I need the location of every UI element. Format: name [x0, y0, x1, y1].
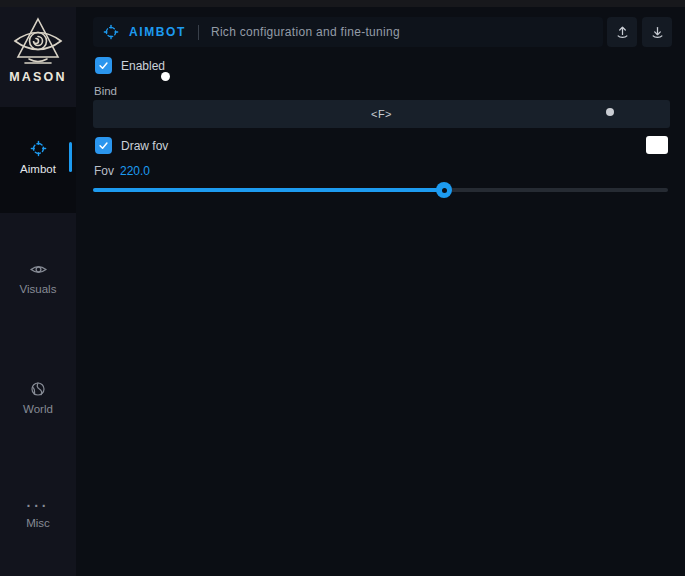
download-icon [650, 25, 665, 40]
bind-key-selector[interactable]: <F> [93, 100, 670, 128]
selected-indicator-bar [69, 142, 72, 172]
upload-icon [615, 25, 630, 40]
crosshair-icon [103, 24, 119, 40]
page-title: AIMBOT [129, 25, 186, 39]
mason-menu-window: MASON Aimbot Visuals [0, 0, 685, 576]
enabled-checkbox[interactable] [95, 57, 112, 74]
draw-fov-row: Draw fov [95, 137, 168, 154]
bind-value: <F> [371, 108, 392, 120]
sidebar-item-aimbot[interactable]: Aimbot [0, 107, 76, 213]
sidebar-item-label: Aimbot [20, 163, 56, 175]
fov-label: Fov [94, 164, 114, 178]
draw-fov-checkbox[interactable] [95, 137, 112, 154]
check-icon [98, 140, 109, 151]
sidebar-item-label: World [23, 403, 53, 415]
fov-label-row: Fov 220.0 [94, 164, 150, 178]
fov-color-swatch[interactable] [646, 136, 668, 154]
divider [198, 25, 199, 40]
logo-text: MASON [0, 70, 76, 84]
sidebar-item-label: Misc [26, 517, 50, 529]
crosshair-icon [0, 140, 76, 157]
import-config-button[interactable] [642, 17, 672, 47]
logo: MASON [0, 16, 76, 84]
fov-value: 220.0 [120, 164, 150, 178]
bind-label: Bind [94, 85, 117, 97]
sidebar-item-visuals[interactable]: Visuals [0, 254, 76, 312]
page-header: AIMBOT Rich configuration and fine-tunin… [93, 17, 603, 47]
eye-icon [0, 262, 76, 277]
fov-slider-handle[interactable] [436, 182, 452, 198]
mason-eye-pyramid-icon [0, 16, 76, 68]
sidebar-item-label: Visuals [20, 283, 57, 295]
bind-indicator-dot [606, 108, 614, 116]
cursor-dot [161, 72, 170, 81]
export-config-button[interactable] [607, 17, 637, 47]
globe-icon [0, 381, 76, 397]
sidebar: MASON Aimbot Visuals [0, 7, 76, 576]
check-icon [98, 60, 109, 71]
page-subtitle: Rich configuration and fine-tuning [211, 25, 400, 39]
fov-slider[interactable] [93, 188, 668, 192]
sidebar-item-world[interactable]: World [0, 373, 76, 431]
fov-slider-fill [93, 188, 444, 192]
window-top-strip [0, 0, 685, 7]
ellipsis-icon: ··· [0, 501, 76, 511]
sidebar-item-misc[interactable]: ··· Misc [0, 493, 76, 551]
draw-fov-label: Draw fov [121, 139, 168, 153]
enabled-row: Enabled [95, 57, 165, 74]
enabled-label: Enabled [121, 59, 165, 73]
